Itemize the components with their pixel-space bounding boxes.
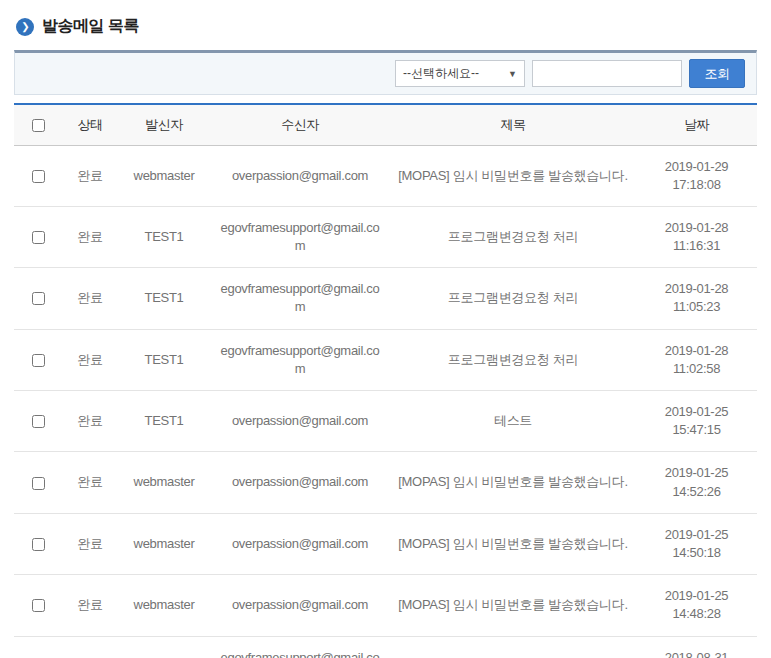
sender-cell: webmaster <box>118 452 210 513</box>
row-checkbox[interactable] <box>32 231 45 244</box>
sender-cell: TEST1 <box>118 206 210 267</box>
section-arrow-icon: ❯ <box>16 18 34 36</box>
status-cell: 완료 <box>62 636 118 658</box>
table-row: 완료webmasteroverpassion@gmail.com[MOPAS] … <box>14 452 757 513</box>
search-input[interactable] <box>532 60 682 87</box>
sender-cell: webmaster <box>118 513 210 574</box>
row-checkbox[interactable] <box>32 538 45 551</box>
header-sender: 발신자 <box>118 104 210 145</box>
header-date: 날짜 <box>636 104 757 145</box>
table-row: 완료webmasteroverpassion@gmail.com[MOPAS] … <box>14 575 757 636</box>
table-header-row: 상태 발신자 수신자 제목 날짜 <box>14 104 757 145</box>
subject-cell: 프로그램변경요청 처리. <box>390 636 636 658</box>
sender-cell: webmaster <box>118 145 210 206</box>
search-filter-bar: --선택하세요-- ▼ 조회 <box>14 50 757 95</box>
status-cell: 완료 <box>62 575 118 636</box>
date-cell: 2018-08-31 09:38:30 <box>636 636 757 658</box>
recipient-cell: overpassion@gmail.com <box>210 513 390 574</box>
sender-cell: TEST1 <box>118 636 210 658</box>
date-cell: 2019-01-28 11:05:23 <box>636 268 757 329</box>
date-cell: 2019-01-29 17:18:08 <box>636 145 757 206</box>
date-cell: 2019-01-28 11:16:31 <box>636 206 757 267</box>
recipient-cell: egovframesupport@gmail.com <box>210 206 390 267</box>
checkbox-cell <box>14 268 62 329</box>
table-row: 완료TEST1egovframesupport@gmail.com프로그램변경요… <box>14 206 757 267</box>
row-checkbox[interactable] <box>32 354 45 367</box>
page-container: ❯ 발송메일 목록 --선택하세요-- ▼ 조회 상태 발신자 수신자 제목 날… <box>0 0 771 658</box>
table-row: 완료TEST1egovframesupport@gmail.com프로그램변경요… <box>14 268 757 329</box>
recipient-cell: overpassion@gmail.com <box>210 575 390 636</box>
checkbox-cell <box>14 206 62 267</box>
date-cell: 2019-01-25 14:50:18 <box>636 513 757 574</box>
mail-table-body: 완료webmasteroverpassion@gmail.com[MOPAS] … <box>14 145 757 658</box>
row-checkbox[interactable] <box>32 170 45 183</box>
table-row: 완료TEST1overpassion@gmail.com테스트2019-01-2… <box>14 391 757 452</box>
table-row: 완료webmasteroverpassion@gmail.com[MOPAS] … <box>14 513 757 574</box>
sender-cell: TEST1 <box>118 329 210 390</box>
status-cell: 완료 <box>62 513 118 574</box>
table-row: 완료TEST1egovframesupport@gmail.com프로그램변경요… <box>14 329 757 390</box>
checkbox-cell <box>14 575 62 636</box>
date-cell: 2019-01-25 14:52:26 <box>636 452 757 513</box>
sender-cell: webmaster <box>118 575 210 636</box>
recipient-cell: overpassion@gmail.com <box>210 391 390 452</box>
row-checkbox[interactable] <box>32 415 45 428</box>
table-row: 완료TEST1egovframesupport@gmail.com프로그램변경요… <box>14 636 757 658</box>
recipient-cell: egovframesupport@gmail.com <box>210 329 390 390</box>
row-checkbox[interactable] <box>32 599 45 612</box>
page-title: 발송메일 목록 <box>42 16 139 37</box>
checkbox-cell <box>14 636 62 658</box>
recipient-cell: overpassion@gmail.com <box>210 452 390 513</box>
select-all-header <box>14 104 62 145</box>
header-subject: 제목 <box>390 104 636 145</box>
search-field-select[interactable]: --선택하세요-- ▼ <box>395 60 525 87</box>
header-status: 상태 <box>62 104 118 145</box>
status-cell: 완료 <box>62 268 118 329</box>
sender-cell: TEST1 <box>118 268 210 329</box>
subject-cell: 프로그램변경요청 처리 <box>390 329 636 390</box>
status-cell: 완료 <box>62 452 118 513</box>
checkbox-cell <box>14 391 62 452</box>
page-title-row: ❯ 발송메일 목록 <box>16 16 757 37</box>
recipient-cell: egovframesupport@gmail.com <box>210 636 390 658</box>
mail-list-table: 상태 발신자 수신자 제목 날짜 완료webmasteroverpassion@… <box>14 103 757 658</box>
row-checkbox[interactable] <box>32 292 45 305</box>
sender-cell: TEST1 <box>118 391 210 452</box>
subject-cell: 테스트 <box>390 391 636 452</box>
recipient-cell: overpassion@gmail.com <box>210 145 390 206</box>
checkbox-cell <box>14 145 62 206</box>
status-cell: 완료 <box>62 329 118 390</box>
select-all-checkbox[interactable] <box>32 119 45 132</box>
subject-cell: [MOPAS] 임시 비밀번호를 발송했습니다. <box>390 452 636 513</box>
row-checkbox[interactable] <box>32 477 45 490</box>
date-cell: 2019-01-25 14:48:28 <box>636 575 757 636</box>
date-cell: 2019-01-28 11:02:58 <box>636 329 757 390</box>
checkbox-cell <box>14 513 62 574</box>
search-button[interactable]: 조회 <box>689 59 745 88</box>
checkbox-cell <box>14 452 62 513</box>
checkbox-cell <box>14 329 62 390</box>
status-cell: 완료 <box>62 206 118 267</box>
subject-cell: [MOPAS] 임시 비밀번호를 발송했습니다. <box>390 145 636 206</box>
subject-cell: 프로그램변경요청 처리 <box>390 206 636 267</box>
status-cell: 완료 <box>62 391 118 452</box>
caret-down-icon: ▼ <box>508 69 517 79</box>
subject-cell: [MOPAS] 임시 비밀번호를 발송했습니다. <box>390 513 636 574</box>
status-cell: 완료 <box>62 145 118 206</box>
table-row: 완료webmasteroverpassion@gmail.com[MOPAS] … <box>14 145 757 206</box>
date-cell: 2019-01-25 15:47:15 <box>636 391 757 452</box>
recipient-cell: egovframesupport@gmail.com <box>210 268 390 329</box>
subject-cell: [MOPAS] 임시 비밀번호를 발송했습니다. <box>390 575 636 636</box>
select-value: --선택하세요-- <box>403 65 479 82</box>
header-recipient: 수신자 <box>210 104 390 145</box>
subject-cell: 프로그램변경요청 처리 <box>390 268 636 329</box>
